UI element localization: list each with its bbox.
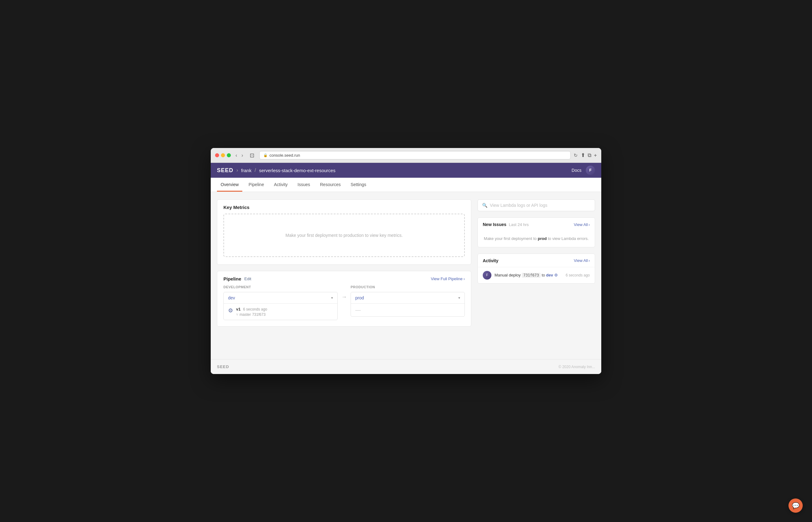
pipeline-header: Pipeline Edit View Full Pipeline › bbox=[217, 271, 471, 285]
main-content: Key Metrics Make your first deployment t… bbox=[211, 192, 601, 359]
docs-link[interactable]: Docs bbox=[571, 168, 581, 173]
breadcrumb-repo[interactable]: serverless-stack-demo-ext-resources bbox=[259, 168, 335, 173]
left-panel: Key Metrics Make your first deployment t… bbox=[217, 199, 471, 352]
tab-nav: Overview Pipeline Activity Issues Resour… bbox=[211, 178, 601, 192]
browser-actions: ⬆ ⧉ + bbox=[581, 152, 597, 159]
traffic-lights bbox=[215, 153, 231, 157]
pipeline-stages: DEVELOPMENT dev ▾ ⚙ bbox=[224, 285, 465, 320]
prod-env-name: prod bbox=[355, 295, 364, 300]
refresh-button[interactable]: ↻ bbox=[574, 153, 578, 158]
log-search-box[interactable]: 🔍 View Lambda logs or API logs bbox=[478, 199, 595, 211]
close-button[interactable] bbox=[215, 153, 219, 157]
nav-buttons: ‹ › bbox=[234, 152, 245, 159]
dev-deploy-version: v1 6 seconds ago bbox=[236, 307, 333, 312]
dev-deploy-info: ⚙ v1 6 seconds ago ⑂ bbox=[224, 304, 337, 320]
tab-settings[interactable]: Settings bbox=[347, 178, 370, 192]
tab-button[interactable]: ⧉ bbox=[588, 152, 591, 159]
chat-bubble-button[interactable]: 💬 bbox=[789, 499, 803, 513]
nav-right: Docs F bbox=[571, 166, 595, 175]
footer-logo: SEED bbox=[217, 364, 229, 369]
sidebar-toggle-button[interactable]: ⊡ bbox=[248, 152, 256, 159]
pipeline-title-area: Pipeline Edit bbox=[224, 276, 251, 281]
key-metrics-card: Key Metrics Make your first deployment t… bbox=[217, 199, 471, 265]
avatar-inner: F bbox=[586, 166, 595, 175]
activity-commit: 731f673 bbox=[522, 273, 541, 278]
dev-deploy-time: 6 seconds ago bbox=[243, 307, 267, 312]
prod-deploy-empty: — bbox=[351, 304, 464, 316]
browser-chrome: ‹ › ⊡ 🔒 console.seed.run ↻ ⬆ ⧉ + bbox=[211, 148, 601, 163]
breadcrumb-sep-1: › bbox=[236, 167, 238, 173]
avatar[interactable]: F bbox=[586, 166, 595, 175]
activity-header: Activity View All › bbox=[478, 254, 595, 267]
activity-view-all-link[interactable]: View All › bbox=[574, 258, 590, 263]
share-button[interactable]: ⬆ bbox=[581, 152, 585, 159]
prod-env-dropdown[interactable]: prod ▾ bbox=[351, 292, 464, 304]
dev-env-box: dev ▾ ⚙ v1 6 seconds ago bbox=[224, 292, 338, 320]
key-metrics-empty: Make your first deployment to production… bbox=[224, 214, 465, 257]
issues-body: Make your first deployment to prod to vi… bbox=[478, 230, 595, 247]
forward-button[interactable]: › bbox=[240, 152, 245, 159]
dev-deploy-details: v1 6 seconds ago ⑂ master 731f673 bbox=[236, 307, 333, 317]
nav-left: SEED › frank / serverless-stack-demo-ext… bbox=[217, 167, 335, 174]
issues-title-area: New Issues Last 24 hrs bbox=[483, 222, 529, 227]
prod-env-box: prod ▾ — bbox=[351, 292, 465, 317]
top-nav: SEED › frank / serverless-stack-demo-ext… bbox=[211, 163, 601, 178]
activity-text: Manual deploy 731f673 to dev ⚙ bbox=[495, 273, 563, 278]
activity-user-avatar: F bbox=[483, 271, 492, 280]
view-full-pipeline-link[interactable]: View Full Pipeline › bbox=[431, 277, 465, 281]
seed-logo[interactable]: SEED bbox=[217, 167, 233, 174]
activity-title: Activity bbox=[483, 258, 499, 263]
breadcrumb-user[interactable]: frank bbox=[241, 168, 251, 173]
pipeline-title: Pipeline bbox=[224, 276, 242, 281]
footer: SEED © 2020 Anomaly Inn... bbox=[211, 359, 601, 374]
issues-view-all-link[interactable]: View All › bbox=[574, 222, 590, 227]
issues-title: New Issues bbox=[483, 222, 506, 227]
activity-env[interactable]: dev bbox=[546, 273, 553, 277]
minimize-button[interactable] bbox=[221, 153, 225, 157]
issues-header: New Issues Last 24 hrs View All › bbox=[478, 218, 595, 230]
pipeline-arrow: → bbox=[341, 285, 347, 300]
dev-env-name: dev bbox=[228, 295, 235, 300]
back-button[interactable]: ‹ bbox=[234, 152, 238, 159]
chat-icon: 💬 bbox=[792, 502, 799, 509]
tab-activity[interactable]: Activity bbox=[270, 178, 291, 192]
gear-icon: ⚙ bbox=[228, 307, 233, 314]
dev-stage-label: DEVELOPMENT bbox=[224, 285, 338, 289]
lock-icon: 🔒 bbox=[263, 153, 268, 157]
activity-card: Activity View All › F Manual deploy 731f… bbox=[478, 254, 595, 284]
pipeline-prod-stage: PRODUCTION prod ▾ — bbox=[351, 285, 465, 317]
issues-env-name: prod bbox=[538, 236, 547, 241]
activity-item: F Manual deploy 731f673 to dev ⚙ 6 secon… bbox=[483, 271, 590, 280]
search-icon: 🔍 bbox=[482, 203, 487, 208]
settings-icon: ⚙ bbox=[554, 273, 558, 277]
key-metrics-body: Make your first deployment to production… bbox=[217, 214, 471, 264]
footer-copyright: © 2020 Anomaly Inn... bbox=[559, 365, 595, 369]
add-tab-button[interactable]: + bbox=[594, 152, 597, 159]
prod-chevron-icon: ▾ bbox=[458, 296, 460, 300]
right-panel: 🔍 View Lambda logs or API logs New Issue… bbox=[478, 199, 595, 352]
url-text: console.seed.run bbox=[270, 153, 300, 158]
app-container: SEED › frank / serverless-stack-demo-ext… bbox=[211, 163, 601, 374]
pipeline-edit-link[interactable]: Edit bbox=[245, 277, 251, 281]
tab-overview[interactable]: Overview bbox=[217, 178, 242, 192]
tab-pipeline[interactable]: Pipeline bbox=[245, 178, 268, 192]
dev-deploy-branch: ⑂ master 731f673 bbox=[236, 313, 333, 317]
activity-to: to bbox=[542, 273, 546, 277]
search-placeholder-text: View Lambda logs or API logs bbox=[490, 203, 547, 208]
tab-resources[interactable]: Resources bbox=[316, 178, 345, 192]
dev-chevron-icon: ▾ bbox=[331, 296, 333, 300]
activity-time: 6 seconds ago bbox=[566, 273, 590, 277]
tab-issues[interactable]: Issues bbox=[294, 178, 314, 192]
key-metrics-title: Key Metrics bbox=[217, 200, 471, 214]
new-issues-card: New Issues Last 24 hrs View All › Make y… bbox=[478, 217, 595, 247]
issues-subtitle: Last 24 hrs bbox=[509, 222, 528, 227]
activity-body: F Manual deploy 731f673 to dev ⚙ 6 secon… bbox=[478, 267, 595, 283]
branch-icon: ⑂ bbox=[236, 313, 238, 317]
prod-stage-label: PRODUCTION bbox=[351, 285, 465, 289]
pipeline-card: Pipeline Edit View Full Pipeline › DEV bbox=[217, 271, 471, 327]
pipeline-dev-stage: DEVELOPMENT dev ▾ ⚙ bbox=[224, 285, 338, 320]
address-bar[interactable]: 🔒 console.seed.run bbox=[259, 151, 570, 159]
maximize-button[interactable] bbox=[227, 153, 231, 157]
dev-env-dropdown[interactable]: dev ▾ bbox=[224, 292, 337, 304]
activity-action: Manual deploy bbox=[495, 273, 522, 277]
